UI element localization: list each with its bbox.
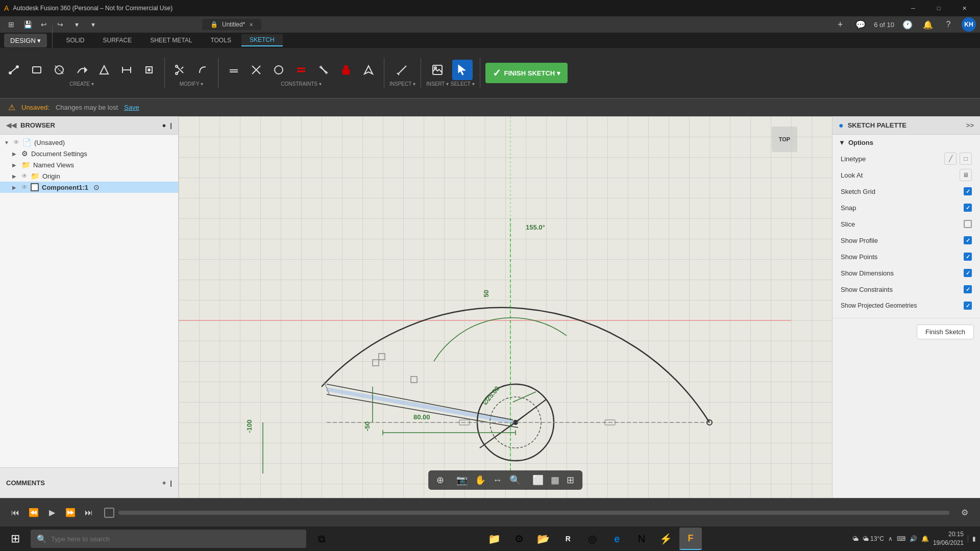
- grid-menu-button[interactable]: ⊞: [4, 17, 18, 32]
- look-at-button[interactable]: 🖥: [960, 169, 972, 181]
- equal-button[interactable]: [291, 60, 311, 80]
- taskbar-app-explorer[interactable]: 📁: [483, 528, 506, 550]
- snap-checkbox[interactable]: [964, 204, 972, 212]
- show-points-checkbox[interactable]: [964, 253, 972, 261]
- circle-constraint-button[interactable]: [268, 60, 289, 80]
- forward-button[interactable]: ⏩: [63, 506, 78, 520]
- start-button[interactable]: ⊞: [4, 528, 27, 550]
- taskbar-app-chrome[interactable]: ◎: [581, 528, 604, 550]
- show-constraints-checkbox[interactable]: [964, 285, 972, 293]
- add-tab-button[interactable]: +: [833, 17, 847, 32]
- taskbar-app-settings[interactable]: ⚙: [508, 528, 530, 550]
- taskbar-taskview[interactable]: ⧉: [310, 528, 333, 550]
- design-dropdown-button[interactable]: DESIGN ▾: [4, 34, 47, 47]
- tab-sheet-metal[interactable]: SHEET METAL: [142, 35, 200, 46]
- modify-label[interactable]: MODIFY ▾: [180, 81, 203, 87]
- chevron-up-icon[interactable]: ∧: [888, 535, 893, 542]
- tree-item-component1[interactable]: ▶ 👁 Component1:1 ⊙: [0, 182, 178, 193]
- undo-dropdown[interactable]: ▾: [69, 17, 84, 32]
- tree-item-named-views[interactable]: ▶ 📁 Named Views: [0, 159, 178, 170]
- timeline-track[interactable]: [118, 511, 949, 515]
- browser-collapse-button[interactable]: ◀◀: [6, 121, 16, 129]
- polygon-tool-button[interactable]: [94, 60, 114, 80]
- show-profile-checkbox[interactable]: [964, 236, 972, 244]
- timeline-icon[interactable]: [104, 508, 114, 518]
- tab-tools[interactable]: TOOLS: [202, 35, 239, 46]
- finish-sketch-palette-button[interactable]: Finish Sketch: [917, 324, 974, 339]
- redo-dropdown[interactable]: ▾: [86, 17, 100, 32]
- search-input[interactable]: [51, 535, 300, 543]
- perpendicular-button[interactable]: [246, 60, 266, 80]
- forward-end-button[interactable]: ⏭: [82, 506, 96, 520]
- rewind-button[interactable]: ⏪: [27, 506, 41, 520]
- canvas-area[interactable]: 155.0° 80.00 50 -100 -50 ∅25.00 TOP ⊕ | …: [179, 116, 832, 498]
- user-avatar[interactable]: KH: [962, 17, 976, 32]
- measure-button[interactable]: [392, 60, 412, 80]
- palette-expand-button[interactable]: >>: [966, 121, 974, 129]
- eye-icon-3[interactable]: 👁: [21, 172, 28, 180]
- volume-icon[interactable]: 🔊: [910, 535, 917, 542]
- linetype-icon-1[interactable]: ╱: [944, 153, 957, 165]
- camera-button[interactable]: 📷: [454, 472, 470, 488]
- tab-sketch[interactable]: SKETCH: [241, 34, 283, 46]
- fit-button[interactable]: ↔: [491, 473, 504, 488]
- finish-sketch-button[interactable]: ✓ FINISH SKETCH ▾: [485, 63, 568, 83]
- taskbar-clock[interactable]: 20:15 19/06/2021: [933, 530, 964, 547]
- minimize-button[interactable]: ─: [901, 0, 925, 16]
- grid-button[interactable]: ▦: [549, 472, 561, 488]
- pan-button[interactable]: ✋: [473, 472, 488, 488]
- trim-tool-button[interactable]: [170, 60, 190, 80]
- taskbar-app-edge[interactable]: e: [606, 528, 628, 550]
- taskbar-app-fusion[interactable]: F: [679, 528, 702, 550]
- fillet-tool-button[interactable]: [192, 60, 213, 80]
- taskbar-app-app1[interactable]: N: [630, 528, 653, 550]
- create-label[interactable]: CREATE ▾: [69, 81, 94, 87]
- taskbar-app-filemanager[interactable]: 📂: [532, 528, 555, 550]
- add-comment-button[interactable]: +: [162, 479, 166, 487]
- display-mode-button[interactable]: ⬜: [530, 472, 546, 488]
- circle-tool-button[interactable]: [49, 60, 69, 80]
- show-desktop-button[interactable]: ▮: [968, 535, 976, 542]
- undo-button[interactable]: ↩: [37, 17, 51, 32]
- clock-button[interactable]: 🕐: [900, 17, 915, 32]
- line-tool-button[interactable]: [4, 60, 24, 80]
- rectangle-tool-button[interactable]: [27, 60, 47, 80]
- eye-icon-0[interactable]: 👁: [13, 139, 19, 146]
- constraints-label[interactable]: CONSTRAINTS ▾: [281, 81, 321, 87]
- inspect-label[interactable]: INSPECT ▾: [389, 81, 415, 87]
- browser-pin-button[interactable]: |: [170, 121, 172, 129]
- save-button[interactable]: 💾: [20, 17, 35, 32]
- select-label[interactable]: SELECT ▾: [451, 81, 475, 87]
- select-button[interactable]: [452, 60, 473, 80]
- redo-button[interactable]: ↪: [53, 17, 67, 32]
- notification-icon[interactable]: 🔔: [921, 535, 929, 542]
- doc-tab-close[interactable]: ✕: [249, 22, 253, 28]
- save-link[interactable]: Save: [124, 104, 139, 111]
- tree-item-unsaved[interactable]: ▼ 👁 📄 (Unsaved): [0, 137, 178, 148]
- hline-tool-button[interactable]: [116, 60, 137, 80]
- timeline-settings-button[interactable]: ⚙: [958, 506, 972, 520]
- symmetry-button[interactable]: [358, 60, 379, 80]
- rewind-start-button[interactable]: ⏮: [8, 506, 22, 520]
- tab-surface[interactable]: SURFACE: [94, 35, 140, 46]
- point-tool-button[interactable]: [139, 60, 159, 80]
- snap-button[interactable]: ⊕: [434, 472, 446, 488]
- tab-solid[interactable]: SOLID: [58, 35, 92, 46]
- tree-item-origin[interactable]: ▶ 👁 📁 Origin: [0, 170, 178, 182]
- insert-image-button[interactable]: [427, 60, 448, 80]
- options-header[interactable]: ▼ Options: [839, 139, 974, 146]
- alert-button[interactable]: 🔔: [921, 17, 935, 32]
- coincident-button[interactable]: [224, 60, 244, 80]
- show-projected-checkbox[interactable]: [964, 302, 972, 310]
- slice-checkbox[interactable]: [964, 220, 972, 228]
- show-dimensions-checkbox[interactable]: [964, 269, 972, 277]
- parallel-button[interactable]: [313, 60, 334, 80]
- env-button[interactable]: ⊞: [565, 472, 576, 488]
- comments-pin-button[interactable]: |: [170, 479, 172, 487]
- taskbar-app-ram[interactable]: R: [557, 528, 579, 550]
- linetype-icon-2[interactable]: □: [960, 153, 972, 165]
- nav-cube[interactable]: TOP: [777, 120, 828, 161]
- close-button[interactable]: ✕: [952, 0, 976, 16]
- eye-icon-4[interactable]: 👁: [21, 184, 28, 191]
- notification-button[interactable]: 💬: [853, 17, 868, 32]
